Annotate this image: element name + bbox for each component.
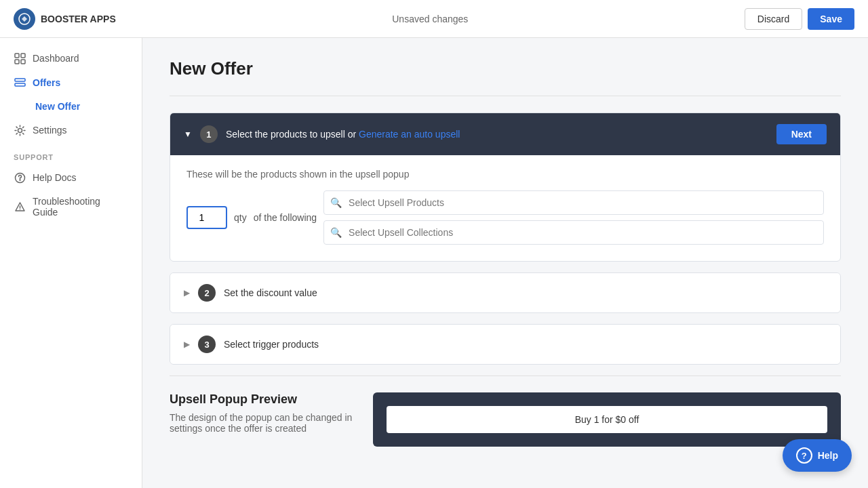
topbar-actions: Discard Save — [745, 8, 854, 30]
troubleshooting-label: Troubleshooting Guide — [33, 196, 128, 218]
logo-text: BOOSTER APPS — [41, 14, 116, 24]
step-2-card: ▶ 2 Set the discount value — [170, 272, 841, 313]
settings-label: Settings — [33, 125, 67, 136]
step-1-card: ▼ 1 Select the products to upsell or Gen… — [170, 113, 841, 262]
step-1-header: ▼ 1 Select the products to upsell or Gen… — [170, 113, 840, 155]
collections-search-wrap: 🔍 — [323, 220, 824, 245]
qty-input[interactable] — [186, 206, 227, 229]
step-1-body: These will be the products shown in the … — [170, 155, 840, 261]
svg-rect-5 — [15, 79, 25, 81]
step-2-chevron: ▶ — [184, 288, 190, 298]
step-3-header[interactable]: ▶ 3 Select trigger products — [170, 325, 840, 364]
svg-rect-6 — [15, 83, 25, 86]
step-3-number: 3 — [198, 336, 216, 353]
main-content: New Offer ▼ 1 Select the products to ups… — [142, 38, 868, 488]
preview-box: Buy 1 for $0 off — [373, 392, 841, 447]
page-title: New Offer — [170, 58, 841, 79]
help-button[interactable]: ? Help — [783, 439, 852, 472]
offers-label: Offers — [33, 77, 60, 88]
help-circle-icon: ? — [796, 447, 812, 464]
step-2-number: 2 — [198, 284, 216, 302]
step-3-chevron: ▶ — [184, 340, 190, 349]
step-2-header[interactable]: ▶ 2 Set the discount value — [170, 273, 840, 312]
svg-rect-1 — [15, 54, 19, 58]
sidebar-item-dashboard[interactable]: Dashboard — [0, 46, 142, 70]
preview-section: Upsell Popup Preview The design of the p… — [170, 392, 841, 447]
step-1-chevron[interactable]: ▼ — [184, 129, 192, 139]
collections-search-icon: 🔍 — [330, 227, 342, 238]
step-1-title: Select the products to upsell or Generat… — [226, 129, 768, 140]
products-search-wrap: 🔍 — [323, 190, 824, 215]
preview-title: Upsell Popup Preview — [170, 392, 359, 407]
logo-icon — [14, 8, 35, 30]
products-search-input[interactable] — [323, 190, 824, 215]
svg-point-9 — [19, 209, 20, 209]
qty-row: qty of the following 🔍 🔍 — [186, 190, 824, 245]
new-offer-label: New Offer — [35, 101, 80, 112]
svg-rect-2 — [21, 54, 25, 58]
logo: BOOSTER APPS — [14, 8, 116, 30]
sidebar-item-offers[interactable]: Offers — [0, 70, 142, 95]
svg-rect-4 — [21, 60, 25, 64]
step-1-description: These will be the products shown in the … — [186, 169, 824, 180]
sidebar-item-troubleshooting[interactable]: Troubleshooting Guide — [0, 190, 142, 224]
svg-rect-3 — [15, 60, 19, 64]
support-section-label: SUPPORT — [0, 142, 142, 165]
preview-description: The design of the popup can be changed i… — [170, 412, 359, 434]
help-docs-label: Help Docs — [33, 172, 77, 183]
help-docs-icon — [14, 171, 26, 184]
next-button[interactable]: Next — [776, 124, 827, 144]
preview-divider — [170, 375, 841, 376]
offers-icon — [14, 77, 26, 89]
qty-label: qty — [234, 212, 247, 223]
preview-inner: Buy 1 for $0 off — [387, 406, 827, 433]
unsaved-label: Unsaved changes — [392, 14, 468, 24]
auto-upsell-link[interactable]: Generate an auto upsell — [359, 129, 460, 140]
troubleshooting-icon — [14, 201, 26, 213]
collections-search-input[interactable] — [323, 220, 824, 245]
help-label: Help — [818, 450, 838, 461]
products-search-icon: 🔍 — [330, 197, 342, 208]
step-3-title: Select trigger products — [224, 339, 827, 350]
sidebar-item-new-offer[interactable]: New Offer — [0, 95, 142, 118]
svg-point-7 — [18, 128, 22, 132]
product-search-col: 🔍 🔍 — [323, 190, 824, 245]
title-divider — [170, 96, 841, 96]
preview-text: Buy 1 for $0 off — [575, 414, 639, 425]
step-1-number: 1 — [200, 125, 218, 143]
dashboard-label: Dashboard — [33, 53, 79, 64]
save-button[interactable]: Save — [808, 8, 854, 30]
sidebar-item-help-docs[interactable]: Help Docs — [0, 165, 142, 190]
settings-icon — [14, 124, 26, 136]
of-following-label: of the following — [254, 212, 317, 223]
sidebar: Dashboard Offers New Offer Settings — [0, 38, 142, 488]
sidebar-item-settings[interactable]: Settings — [0, 118, 142, 142]
dashboard-icon — [14, 52, 26, 64]
step-2-title: Set the discount value — [224, 287, 827, 298]
step-1-title-prefix: Select the products to upsell or — [226, 129, 359, 140]
step-3-card: ▶ 3 Select trigger products — [170, 324, 841, 365]
discard-button[interactable]: Discard — [745, 8, 802, 30]
topbar: BOOSTER APPS Unsaved changes Discard Sav… — [0, 0, 868, 38]
